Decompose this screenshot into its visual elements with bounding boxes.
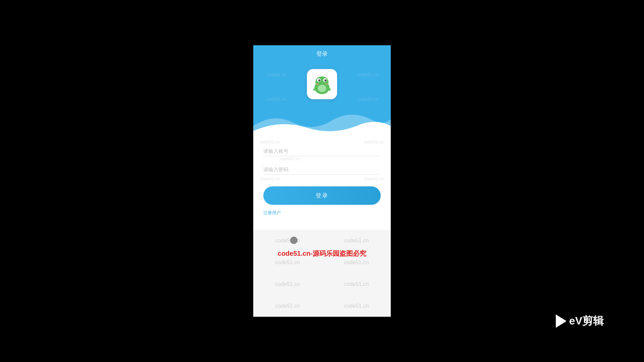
ev-play-icon <box>556 314 567 328</box>
ev-logo-text: eV剪辑 <box>569 314 604 328</box>
password-input[interactable] <box>263 165 381 175</box>
register-link[interactable]: 注册用户 <box>263 210 381 216</box>
account-group <box>263 146 381 156</box>
account-input[interactable] <box>263 146 381 156</box>
phone-screen: 登录 code51.cn code51.cn code51.cn code51.… <box>253 45 391 317</box>
title-bar: 登录 <box>253 45 391 62</box>
svg-point-4 <box>319 79 321 81</box>
wave-decoration <box>253 113 391 136</box>
svg-point-9 <box>325 83 328 85</box>
svg-point-5 <box>325 79 327 81</box>
bottom-area: code51.cn code51.cn code51.cn code51.cn … <box>253 230 391 317</box>
app-icon <box>307 69 337 99</box>
header-area: code51.cn code51.cn code51.cn code51.cn … <box>253 62 391 136</box>
form-area: code51.cn code51.cn code51.cn code51.cn … <box>253 136 391 230</box>
svg-point-7 <box>325 79 326 80</box>
ev-logo: eV剪辑 <box>556 314 604 328</box>
svg-point-6 <box>319 79 320 80</box>
radio-dot <box>290 237 298 244</box>
svg-point-10 <box>318 84 326 92</box>
svg-point-8 <box>316 83 319 85</box>
page-title: 登录 <box>316 51 328 57</box>
red-watermark-text: code51.cn-源码乐园盗图必究 <box>278 249 366 258</box>
svg-point-13 <box>321 78 323 80</box>
password-group <box>263 165 381 175</box>
login-button[interactable]: 登录 <box>263 186 381 205</box>
frog-icon <box>310 72 334 96</box>
